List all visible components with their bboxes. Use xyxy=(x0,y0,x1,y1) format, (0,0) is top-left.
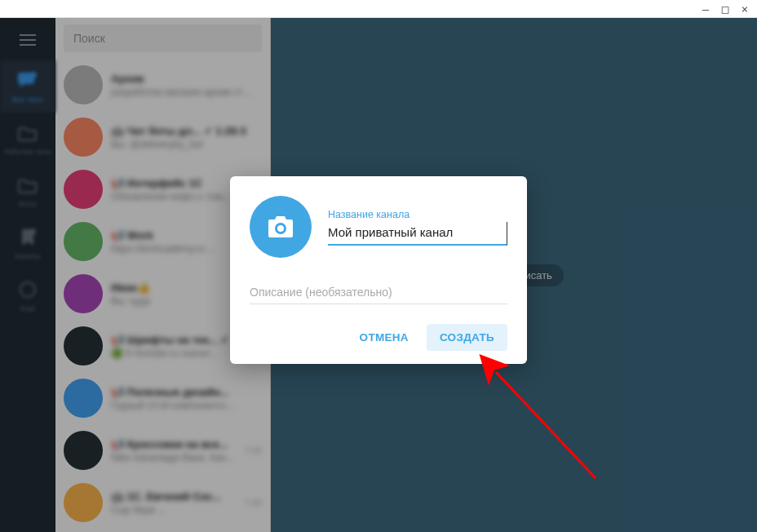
channel-photo-button[interactable] xyxy=(250,196,312,258)
maximize-icon[interactable]: □ xyxy=(719,3,731,15)
create-button[interactable]: СОЗДАТЬ xyxy=(427,324,507,351)
close-icon[interactable]: × xyxy=(739,3,750,15)
window-titlebar: — □ × xyxy=(0,0,757,18)
create-channel-modal: Название канала ОТМЕНА СОЗДАТЬ xyxy=(230,176,527,364)
minimize-icon[interactable]: — xyxy=(700,3,711,15)
channel-name-label: Название канала xyxy=(328,209,507,220)
channel-name-input[interactable] xyxy=(328,222,507,246)
camera-icon xyxy=(267,215,294,239)
modal-overlay[interactable]: Название канала ОТМЕНА СОЗДАТЬ xyxy=(0,18,757,532)
cancel-button[interactable]: ОТМЕНА xyxy=(347,324,422,351)
channel-description-input[interactable] xyxy=(250,281,507,304)
